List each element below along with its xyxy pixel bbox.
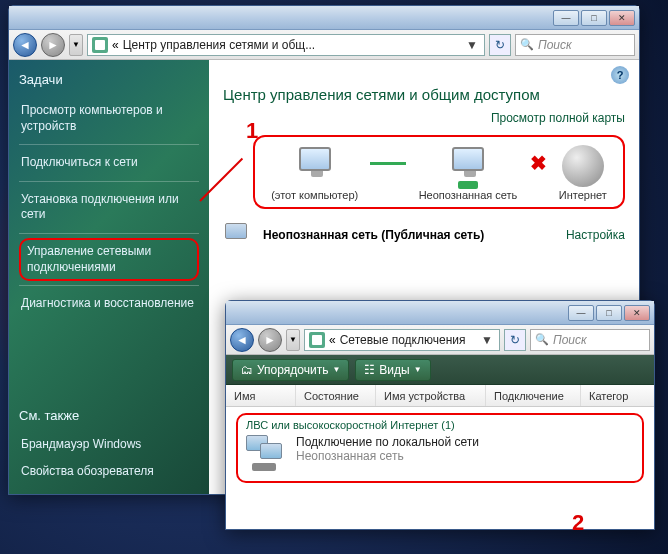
connection-failed-icon: ✖ bbox=[530, 151, 547, 175]
search-placeholder-2: Поиск bbox=[553, 333, 587, 347]
refresh-button-2[interactable]: ↻ bbox=[504, 329, 526, 351]
group-header[interactable]: ЛВС или высокоскоростной Интернет (1) bbox=[246, 419, 634, 431]
history-dropdown[interactable]: ▼ bbox=[69, 34, 83, 56]
node-internet[interactable]: Интернет bbox=[559, 145, 607, 201]
close-button[interactable]: ✕ bbox=[609, 10, 635, 26]
network-icon bbox=[92, 37, 108, 53]
lan-connection-icon bbox=[246, 435, 288, 471]
tasks-sidebar: Задачи Просмотр компьютеров и устройств … bbox=[9, 60, 209, 494]
column-headers[interactable]: Имя Состояние Имя устройства Подключение… bbox=[226, 385, 654, 407]
network-status-icon bbox=[223, 221, 255, 249]
address-prefix-2: « bbox=[329, 333, 336, 347]
connection-name: Подключение по локальной сети bbox=[296, 435, 479, 449]
seealso-internet-options[interactable]: Свойства обозревателя bbox=[19, 458, 199, 486]
forward-button-2[interactable]: ► bbox=[258, 328, 282, 352]
address-drop-icon[interactable]: ▼ bbox=[464, 38, 480, 52]
address-bar[interactable]: « Центр управления сетями и общ... ▼ bbox=[87, 34, 485, 56]
forward-button[interactable]: ► bbox=[41, 33, 65, 57]
col-status[interactable]: Состояние bbox=[296, 385, 376, 406]
network-status-row: Неопознанная сеть (Публичная сеть) Настр… bbox=[223, 217, 625, 253]
seealso-firewall[interactable]: Брандмауэр Windows bbox=[19, 431, 199, 459]
customize-link[interactable]: Настройка bbox=[566, 228, 625, 242]
network-connections-window: — □ ✕ ◄ ► ▼ « Сетевые подключения ▼ ↻ 🔍 … bbox=[225, 300, 655, 530]
node-this-computer[interactable]: (этот компьютер) bbox=[271, 145, 358, 201]
organize-button[interactable]: 🗂Упорядочить▼ bbox=[232, 359, 349, 381]
search-box-2[interactable]: 🔍 Поиск bbox=[530, 329, 650, 351]
search-placeholder: Поиск bbox=[538, 38, 572, 52]
network-map: (этот компьютер) Неопознанная сеть ✖ Инт… bbox=[253, 135, 625, 209]
close-button-2[interactable]: ✕ bbox=[624, 305, 650, 321]
connection-ok-icon bbox=[370, 162, 406, 165]
titlebar-2[interactable]: — □ ✕ bbox=[226, 301, 654, 325]
col-connection[interactable]: Подключение bbox=[486, 385, 581, 406]
explorer-toolbar: 🗂Упорядочить▼ ☷Виды▼ bbox=[226, 355, 654, 385]
lan-connection-item[interactable]: Подключение по локальной сети Неопознанн… bbox=[246, 435, 634, 471]
maximize-button[interactable]: □ bbox=[581, 10, 607, 26]
col-category[interactable]: Категор bbox=[581, 385, 654, 406]
search-icon: 🔍 bbox=[520, 38, 534, 51]
search-box[interactable]: 🔍 Поиск bbox=[515, 34, 635, 56]
address-prefix: « bbox=[112, 38, 119, 52]
node-unknown-network[interactable]: Неопознанная сеть bbox=[419, 145, 518, 201]
seealso-header: См. также bbox=[19, 408, 199, 423]
sidebar-header: Задачи bbox=[19, 72, 199, 87]
minimize-button-2[interactable]: — bbox=[568, 305, 594, 321]
connections-list: ЛВС или высокоскоростной Интернет (1) По… bbox=[226, 407, 654, 529]
view-full-map-link[interactable]: Просмотр полной карты bbox=[491, 111, 625, 125]
address-text-2: Сетевые подключения bbox=[340, 333, 475, 347]
search-icon-2: 🔍 bbox=[535, 333, 549, 346]
annotation-1: 1 bbox=[246, 118, 258, 144]
connection-status: Неопознанная сеть bbox=[296, 449, 479, 463]
col-device[interactable]: Имя устройства bbox=[376, 385, 486, 406]
back-button-2[interactable]: ◄ bbox=[230, 328, 254, 352]
task-diagnose-repair[interactable]: Диагностика и восстановление bbox=[19, 290, 199, 318]
minimize-button[interactable]: — bbox=[553, 10, 579, 26]
history-dropdown-2[interactable]: ▼ bbox=[286, 329, 300, 351]
views-button[interactable]: ☷Виды▼ bbox=[355, 359, 430, 381]
refresh-button[interactable]: ↻ bbox=[489, 34, 511, 56]
maximize-button-2[interactable]: □ bbox=[596, 305, 622, 321]
col-name[interactable]: Имя bbox=[226, 385, 296, 406]
address-drop-icon-2[interactable]: ▼ bbox=[479, 333, 495, 347]
navbar-2: ◄ ► ▼ « Сетевые подключения ▼ ↻ 🔍 Поиск bbox=[226, 325, 654, 355]
back-button[interactable]: ◄ bbox=[13, 33, 37, 57]
help-icon[interactable]: ? bbox=[611, 66, 629, 84]
address-bar-2[interactable]: « Сетевые подключения ▼ bbox=[304, 329, 500, 351]
page-title: Центр управления сетями и общим доступом bbox=[223, 86, 625, 103]
network-icon-2 bbox=[309, 332, 325, 348]
titlebar[interactable]: — □ ✕ bbox=[9, 6, 639, 30]
address-text: Центр управления сетями и общ... bbox=[123, 38, 460, 52]
navbar: ◄ ► ▼ « Центр управления сетями и общ...… bbox=[9, 30, 639, 60]
task-setup-connection[interactable]: Установка подключения или сети bbox=[19, 186, 199, 229]
task-connect-network[interactable]: Подключиться к сети bbox=[19, 149, 199, 177]
task-view-computers[interactable]: Просмотр компьютеров и устройств bbox=[19, 97, 199, 140]
annotation-2: 2 bbox=[572, 510, 584, 536]
network-status-text: Неопознанная сеть (Публичная сеть) bbox=[263, 228, 484, 242]
lan-group: ЛВС или высокоскоростной Интернет (1) По… bbox=[236, 413, 644, 483]
task-manage-connections[interactable]: Управление сетевыми подключениями bbox=[19, 238, 199, 281]
